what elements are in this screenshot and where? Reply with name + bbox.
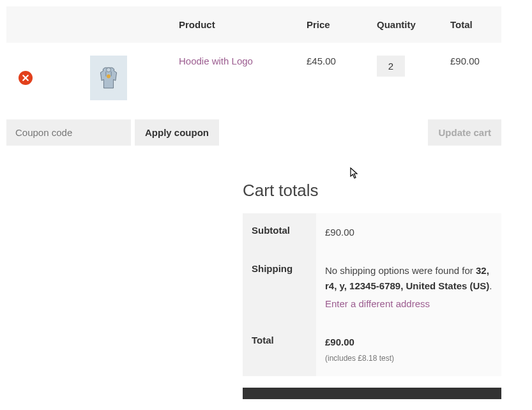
shipping-text-suffix: . xyxy=(489,280,492,291)
header-product: Product xyxy=(172,6,300,43)
header-total: Total xyxy=(444,6,501,43)
totals-table: Subtotal £90.00 Shipping No shipping opt… xyxy=(243,213,501,376)
quantity-input[interactable] xyxy=(377,56,405,77)
total-value: £90.00 xyxy=(325,337,354,347)
coupon-code-input[interactable] xyxy=(6,119,131,146)
total-label: Total xyxy=(243,323,316,376)
subtotal-value: £90.00 xyxy=(316,213,501,252)
shipping-value: No shipping options were found for 32, r… xyxy=(316,252,501,323)
cursor-icon xyxy=(350,167,359,181)
product-name-link[interactable]: Hoodie with Logo xyxy=(179,56,253,66)
svg-point-0 xyxy=(107,68,111,72)
shipping-label: Shipping xyxy=(243,252,316,323)
close-icon xyxy=(22,74,29,82)
header-quantity: Quantity xyxy=(370,6,444,43)
apply-coupon-button[interactable]: Apply coupon xyxy=(135,119,219,146)
cart-table: Product Price Quantity Total xyxy=(6,6,501,113)
remove-item-button[interactable] xyxy=(19,71,33,85)
cart-totals: Cart totals Subtotal £90.00 Shipping No … xyxy=(243,181,501,376)
svg-point-1 xyxy=(107,75,110,79)
shipping-text-prefix: No shipping options were found for xyxy=(325,265,476,276)
item-price: £45.00 xyxy=(300,43,370,113)
cart-row: Hoodie with Logo £45.00 £90.00 xyxy=(6,43,501,113)
header-price: Price xyxy=(300,6,370,43)
item-total: £90.00 xyxy=(444,43,501,113)
product-thumbnail[interactable] xyxy=(90,56,127,100)
enter-different-address-link[interactable]: Enter a different address xyxy=(325,296,430,312)
checkout-button-edge[interactable] xyxy=(243,388,501,399)
hoodie-icon xyxy=(95,65,122,91)
cart-totals-title: Cart totals xyxy=(243,181,501,201)
subtotal-label: Subtotal xyxy=(243,213,316,252)
cart-actions: Apply coupon Update cart xyxy=(6,119,501,146)
update-cart-button[interactable]: Update cart xyxy=(428,119,501,146)
includes-tax: (includes £8.18 test) xyxy=(325,353,492,365)
